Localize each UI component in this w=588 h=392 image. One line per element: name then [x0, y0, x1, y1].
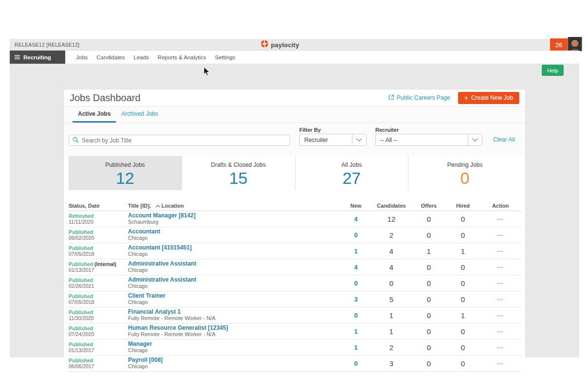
candidates-count[interactable]: 5	[371, 295, 411, 303]
candidates-count[interactable]: 1	[371, 311, 411, 320]
offers-count[interactable]: 0	[411, 359, 446, 368]
filter-by-select[interactable]: Recruiter	[299, 134, 367, 146]
column-offers[interactable]: Offers	[411, 203, 446, 209]
offers-count[interactable]: 0	[411, 215, 446, 223]
hamburger-icon	[15, 54, 20, 60]
hired-count[interactable]: 0	[446, 263, 479, 271]
row-actions-menu[interactable]: •••	[479, 313, 521, 318]
avatar[interactable]	[568, 37, 582, 51]
recruiting-menu-button[interactable]: Recruiting	[10, 51, 65, 64]
job-title-link[interactable]: Client Trainer	[128, 293, 340, 299]
offers-count[interactable]: 0	[411, 263, 446, 271]
hired-count[interactable]: 0	[446, 343, 479, 352]
offers-count[interactable]: 0	[411, 327, 446, 336]
offers-count[interactable]: 0	[411, 279, 446, 287]
paylocity-logo: paylocity	[260, 39, 299, 51]
nav-item[interactable]: Leads	[129, 54, 153, 60]
new-count[interactable]: 0	[340, 232, 371, 239]
offers-count[interactable]: 0	[411, 231, 446, 239]
hired-count[interactable]: 0	[446, 215, 479, 223]
job-title-link[interactable]: Human Resource Generalist [12345]	[128, 325, 340, 331]
new-count[interactable]: 3	[340, 296, 371, 303]
hired-count[interactable]: 0	[446, 295, 479, 303]
candidates-count[interactable]: 0	[371, 279, 411, 287]
new-count[interactable]: 0	[340, 312, 371, 319]
table-row: Published 07/24/2020 Human Resource Gene…	[69, 323, 521, 339]
notification-badge[interactable]: 26	[550, 38, 568, 51]
offers-count[interactable]: 0	[411, 343, 446, 352]
column-hired[interactable]: Hired	[446, 203, 479, 209]
job-title-link[interactable]: Administrative Assistant	[128, 261, 340, 267]
row-actions-menu[interactable]: •••	[479, 297, 521, 302]
offers-count[interactable]: 0	[411, 311, 446, 320]
nav-item[interactable]: Reports & Analytics	[153, 54, 211, 60]
nav-bar: Recruiting JobsCandidatesLeadsReports & …	[10, 51, 579, 64]
row-actions-menu[interactable]: •••	[479, 249, 521, 253]
offers-count[interactable]: 0	[411, 295, 446, 303]
nav-item[interactable]: Candidates	[92, 54, 129, 60]
new-count[interactable]: 4	[340, 264, 371, 271]
date-label: 02/26/2021	[69, 283, 128, 289]
column-status-date[interactable]: Status, Date	[69, 203, 128, 209]
new-count[interactable]: 1	[340, 248, 371, 255]
new-count[interactable]: 4	[340, 215, 371, 223]
row-actions-menu[interactable]: •••	[479, 361, 521, 366]
stat-card[interactable]: All Jobs 27	[295, 156, 408, 190]
job-title-link[interactable]: Payroll [008]	[128, 357, 340, 363]
hired-count[interactable]: 1	[446, 311, 479, 320]
hired-count[interactable]: 0	[446, 231, 479, 239]
job-title-link[interactable]: Account Manager [8142]	[128, 213, 340, 219]
job-title-link[interactable]: Manager	[128, 341, 340, 347]
job-title-link[interactable]: Administrative Assistant	[128, 277, 340, 283]
column-title-location[interactable]: Title [ID], Location	[128, 203, 340, 209]
search-input[interactable]	[82, 137, 286, 144]
stat-card[interactable]: Published Jobs 12	[69, 156, 182, 190]
new-count[interactable]: 1	[340, 344, 371, 351]
new-count[interactable]: 1	[340, 328, 371, 335]
tab[interactable]: Archived Jobs	[116, 107, 163, 123]
create-new-job-button[interactable]: + Create New Job	[458, 92, 519, 104]
hired-count[interactable]: 1	[446, 247, 479, 255]
row-actions-menu[interactable]: •••	[479, 345, 521, 350]
hired-count[interactable]: 0	[446, 359, 479, 368]
row-actions-menu[interactable]: •••	[479, 265, 521, 269]
candidates-count[interactable]: 4	[371, 247, 411, 255]
row-actions-menu[interactable]: •••	[479, 217, 521, 221]
stat-card[interactable]: Drafts & Closed Jobs 15	[182, 156, 295, 190]
column-candidates[interactable]: Candidates	[371, 203, 411, 209]
new-count[interactable]: 0	[340, 280, 371, 287]
candidates-count[interactable]: 4	[371, 263, 411, 271]
nav-item[interactable]: Jobs	[72, 54, 92, 60]
tab[interactable]: Active Jobs	[73, 107, 116, 123]
hired-count[interactable]: 0	[446, 279, 479, 287]
recruiter-select[interactable]: -- All --	[375, 134, 482, 146]
candidates-count[interactable]: 2	[371, 231, 411, 239]
column-new[interactable]: New	[340, 203, 371, 209]
stat-label: Pending Jobs	[408, 161, 521, 168]
recruiter-value: -- All --	[376, 137, 468, 143]
job-title-link[interactable]: Accountant [41515451]	[128, 245, 340, 251]
date-label: 11/30/2020	[69, 315, 128, 321]
job-title-link[interactable]: Financial Analyst 1	[128, 309, 340, 315]
stat-card[interactable]: Pending Jobs 0	[408, 156, 521, 190]
help-button[interactable]: Help	[542, 65, 564, 76]
row-actions-menu[interactable]: •••	[479, 281, 521, 285]
offers-count[interactable]: 1	[411, 247, 446, 255]
hired-count[interactable]: 0	[446, 327, 479, 336]
job-location: Chicago	[128, 251, 340, 257]
row-actions-menu[interactable]: •••	[479, 233, 521, 237]
new-count[interactable]: 0	[340, 360, 371, 367]
status-date-cell: Published 09/02/2020	[69, 229, 128, 241]
candidates-count[interactable]: 3	[371, 359, 411, 368]
row-actions-menu[interactable]: •••	[479, 329, 521, 334]
clear-all-link[interactable]: Clear All	[493, 136, 515, 143]
stat-label: Drafts & Closed Jobs	[182, 161, 295, 168]
candidates-count[interactable]: 1	[371, 327, 411, 336]
status-date-cell: Published 11/30/2020	[69, 309, 128, 321]
nav-item[interactable]: Settings	[211, 54, 240, 60]
candidates-count[interactable]: 2	[371, 343, 411, 352]
public-careers-page-link[interactable]: Public Careers Page	[388, 94, 450, 102]
nav-items: JobsCandidatesLeadsReports & AnalyticsSe…	[65, 51, 239, 64]
job-title-link[interactable]: Accountant	[128, 229, 340, 235]
candidates-count[interactable]: 12	[371, 215, 411, 223]
